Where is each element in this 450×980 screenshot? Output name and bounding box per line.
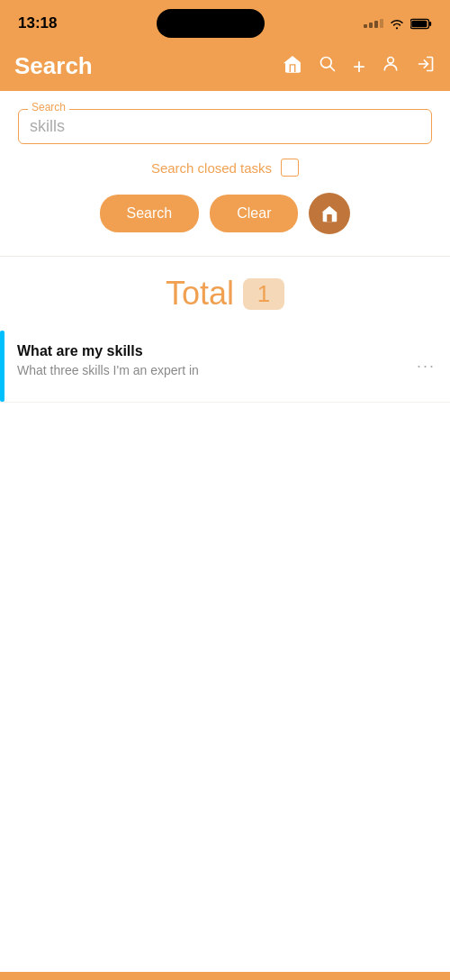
header: Search + bbox=[0, 45, 450, 91]
closed-tasks-checkbox[interactable] bbox=[281, 159, 299, 177]
search-card: Search Search closed tasks Search Clear bbox=[0, 91, 450, 257]
closed-tasks-label: Search closed tasks bbox=[151, 160, 272, 176]
svg-point-5 bbox=[388, 58, 394, 64]
battery-icon bbox=[410, 18, 432, 30]
clear-button[interactable]: Clear bbox=[210, 195, 298, 232]
svg-rect-1 bbox=[411, 20, 427, 27]
task-menu-button[interactable]: ··· bbox=[408, 331, 436, 402]
total-label: Total bbox=[166, 275, 234, 313]
signal-icon bbox=[364, 19, 383, 28]
total-count-badge: 1 bbox=[243, 278, 284, 310]
svg-line-4 bbox=[330, 67, 335, 71]
user-nav-icon[interactable] bbox=[382, 55, 400, 77]
svg-rect-2 bbox=[429, 21, 431, 25]
home-circle-button[interactable] bbox=[309, 193, 350, 234]
button-row: Search Clear bbox=[18, 193, 432, 234]
home-nav-icon[interactable] bbox=[283, 55, 302, 77]
task-content: What are my skills What three skills I'm… bbox=[17, 331, 408, 402]
logout-nav-icon[interactable] bbox=[416, 55, 436, 77]
add-nav-icon[interactable]: + bbox=[353, 54, 365, 79]
svg-rect-7 bbox=[328, 214, 333, 222]
results-area: Total 1 What are my skills What three sk… bbox=[0, 257, 450, 403]
main-content: Search Search closed tasks Search Clear … bbox=[0, 91, 450, 972]
task-left-border bbox=[0, 331, 4, 402]
page-title: Search bbox=[14, 52, 283, 80]
search-field-label: Search bbox=[28, 101, 69, 113]
bottom-bar bbox=[0, 972, 450, 980]
search-input[interactable] bbox=[30, 117, 420, 136]
wifi-icon bbox=[389, 17, 405, 30]
search-button[interactable]: Search bbox=[100, 195, 200, 232]
status-icons bbox=[364, 17, 432, 30]
table-row: What are my skills What three skills I'm… bbox=[0, 331, 450, 403]
status-bar: 13:18 bbox=[0, 0, 450, 45]
status-time: 13:18 bbox=[18, 14, 57, 32]
task-subtitle: What three skills I'm an expert in bbox=[17, 363, 408, 377]
header-icons: + bbox=[283, 54, 436, 79]
search-field-wrapper: Search bbox=[18, 109, 432, 144]
home-circle-icon bbox=[320, 204, 339, 223]
search-nav-icon[interactable] bbox=[319, 55, 337, 77]
status-notch bbox=[157, 9, 265, 38]
results-total: Total 1 bbox=[0, 275, 450, 313]
checkbox-row: Search closed tasks bbox=[18, 159, 432, 177]
task-title: What are my skills bbox=[17, 343, 408, 359]
